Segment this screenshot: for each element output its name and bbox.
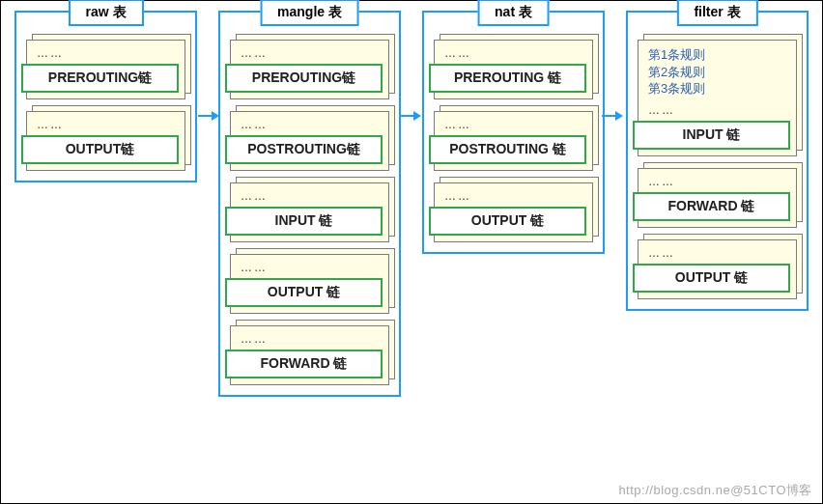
ellipsis: …… <box>444 46 584 60</box>
chain-label: POSTROUTING 链 <box>429 135 586 164</box>
chain-stack: …… OUTPUT 链 <box>230 254 389 314</box>
chain-label: OUTPUT链 <box>21 135 179 164</box>
table-mangle: mangle 表 …… PREROUTING链 …… POSTROUTING链 … <box>218 11 401 397</box>
chain-stack: 第1条规则 第2条规则 第3条规则 …… INPUT 链 <box>638 40 797 156</box>
chain-card: …… FORWARD 链 <box>638 168 797 228</box>
ellipsis: …… <box>37 46 177 60</box>
ellipsis: …… <box>648 246 788 260</box>
chain-card: …… OUTPUT链 <box>26 111 185 171</box>
chain-card: …… PREROUTING 链 <box>434 40 593 99</box>
watermark-text: http://blog.csdn.ne@51CTO博客 <box>618 482 812 499</box>
chain-label: INPUT 链 <box>633 121 790 150</box>
ellipsis: …… <box>37 118 177 131</box>
chain-stack: …… PREROUTING链 <box>230 40 389 99</box>
chain-card: …… OUTPUT 链 <box>434 182 593 242</box>
chain-label: OUTPUT 链 <box>225 278 383 307</box>
chain-stack: …… POSTROUTING 链 <box>434 111 593 171</box>
ellipsis: …… <box>444 189 584 203</box>
table-title: nat 表 <box>477 0 550 26</box>
chain-card: …… INPUT 链 <box>230 182 389 242</box>
chain-label: PREROUTING链 <box>21 64 179 93</box>
ellipsis: …… <box>241 332 381 346</box>
tables-row: raw 表 …… PREROUTING链 …… OUTPUT链 mangle 表 <box>1 1 822 426</box>
chain-stack: …… PREROUTING链 <box>26 40 185 99</box>
chain-label: PREROUTING链 <box>225 64 383 93</box>
chain-stack: …… OUTPUT链 <box>26 111 185 171</box>
table-title: raw 表 <box>68 0 143 26</box>
table-title: filter 表 <box>676 0 757 26</box>
chain-card: …… POSTROUTING链 <box>230 111 389 171</box>
chain-stack: …… PREROUTING 链 <box>434 40 593 99</box>
chain-label: OUTPUT 链 <box>633 264 790 293</box>
chain-stack: …… FORWARD 链 <box>638 168 797 228</box>
chain-card: 第1条规则 第2条规则 第3条规则 …… INPUT 链 <box>638 40 797 156</box>
chain-label: PREROUTING 链 <box>429 64 586 93</box>
ellipsis: …… <box>241 261 381 274</box>
chain-label: POSTROUTING链 <box>225 135 383 164</box>
chain-label: FORWARD 链 <box>633 192 790 221</box>
chain-card: …… POSTROUTING 链 <box>434 111 593 171</box>
rule-line: 第1条规则 <box>648 46 788 64</box>
chain-card: …… PREROUTING链 <box>230 40 389 99</box>
table-title: mangle 表 <box>260 0 359 26</box>
ellipsis: …… <box>241 118 381 131</box>
chain-stack: …… FORWARD 链 <box>230 325 389 385</box>
table-nat: nat 表 …… PREROUTING 链 …… POSTROUTING 链 …… <box>422 11 605 254</box>
chain-label: OUTPUT 链 <box>429 207 586 236</box>
chain-stack: …… INPUT 链 <box>230 182 389 242</box>
ellipsis: …… <box>241 46 381 60</box>
chain-card: …… PREROUTING链 <box>26 40 185 99</box>
table-filter: filter 表 第1条规则 第2条规则 第3条规则 …… INPUT 链 …… <box>626 11 809 311</box>
chain-label: INPUT 链 <box>225 207 383 236</box>
chain-card: …… OUTPUT 链 <box>230 254 389 314</box>
ellipsis: …… <box>648 103 788 117</box>
chain-label: FORWARD 链 <box>225 350 383 378</box>
chain-stack: …… OUTPUT 链 <box>638 239 797 299</box>
ellipsis: …… <box>241 189 381 203</box>
rule-line: 第3条规则 <box>648 80 788 98</box>
ellipsis: …… <box>648 175 788 188</box>
rule-list: 第1条规则 第2条规则 第3条规则 <box>648 46 788 98</box>
chain-card: …… FORWARD 链 <box>230 325 389 385</box>
chain-stack: …… OUTPUT 链 <box>434 182 593 242</box>
chain-card: …… OUTPUT 链 <box>638 239 797 299</box>
ellipsis: …… <box>444 118 584 131</box>
table-raw: raw 表 …… PREROUTING链 …… OUTPUT链 <box>14 11 197 182</box>
diagram-canvas: raw 表 …… PREROUTING链 …… OUTPUT链 mangle 表 <box>0 0 823 504</box>
chain-stack: …… POSTROUTING链 <box>230 111 389 171</box>
rule-line: 第2条规则 <box>648 64 788 81</box>
